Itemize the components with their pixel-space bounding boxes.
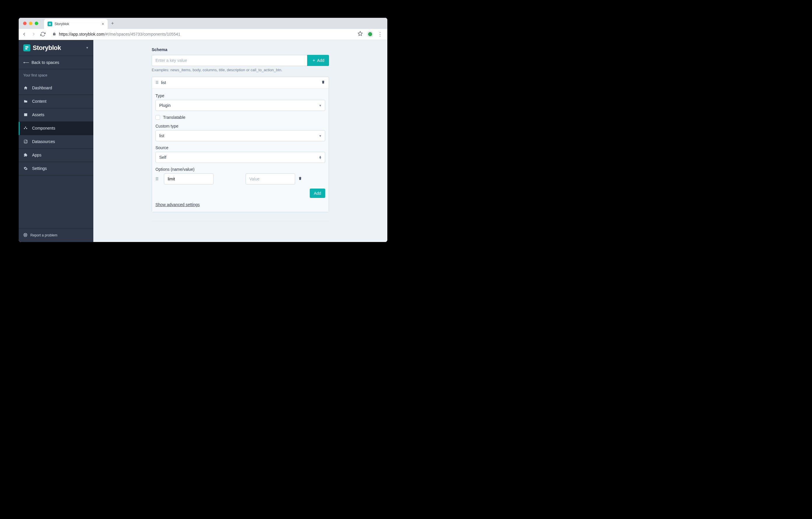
gear-icon: [23, 166, 28, 170]
content-column: Schema ＋ Add Examples: news_items, body,…: [152, 40, 329, 228]
key-value-input[interactable]: [152, 55, 307, 66]
brand-logo-icon: [23, 44, 30, 51]
home-icon: [23, 86, 28, 90]
delete-option-icon[interactable]: [298, 176, 302, 182]
app: Storyblok ▼ ⟵ Back to spaces Your first …: [19, 40, 387, 242]
sidebar-item-label: Content: [32, 99, 47, 104]
space-name-label: Your first space: [19, 69, 93, 81]
folder-icon: [23, 99, 28, 103]
field-name: list: [161, 80, 321, 85]
sidebar-item-settings[interactable]: Settings: [19, 162, 93, 175]
tab-favicon-icon: [48, 22, 52, 26]
type-label: Type: [155, 93, 325, 98]
sidebar-item-components[interactable]: Components: [19, 122, 93, 135]
main-content: Schema ＋ Add Examples: news_items, body,…: [93, 40, 387, 242]
forward-button[interactable]: [31, 31, 36, 37]
field-body: Type Plugin ▼ Translatable Custom type: [152, 89, 329, 212]
back-button[interactable]: [22, 31, 27, 37]
svg-line-6: [24, 235, 25, 236]
svg-line-3: [24, 234, 25, 234]
add-option-button[interactable]: Add: [310, 189, 325, 198]
arrow-left-icon: ⟵: [23, 60, 29, 65]
minimize-window-button[interactable]: [29, 22, 32, 25]
back-label: Back to spaces: [31, 60, 59, 65]
custom-type-label: Custom type: [155, 124, 325, 129]
brand-logo: Storyblok: [23, 44, 86, 52]
svg-line-5: [26, 234, 27, 234]
back-to-spaces-link[interactable]: ⟵ Back to spaces: [19, 56, 93, 69]
chevron-down-icon: ▼: [319, 134, 322, 137]
url-text: https://app.storyblok.com/#!/me/spaces/4…: [59, 32, 180, 36]
close-tab-icon[interactable]: ×: [102, 22, 104, 26]
browser-window: Storyblok × + https://app.storyblok.com/…: [19, 18, 387, 242]
drag-handle-icon[interactable]: ☰: [155, 177, 159, 181]
plus-icon: ＋: [312, 58, 316, 63]
sidebar: Storyblok ▼ ⟵ Back to spaces Your first …: [19, 40, 93, 242]
options-label: Options (name/value): [155, 167, 325, 172]
schema-heading: Schema: [152, 47, 329, 52]
type-select[interactable]: Plugin ▼: [155, 100, 325, 111]
source-select[interactable]: Self ▲▼: [155, 152, 325, 163]
traffic-lights: [22, 22, 44, 25]
sidebar-item-label: Components: [32, 126, 55, 131]
drag-handle-icon[interactable]: ☰: [155, 81, 159, 85]
field-header[interactable]: ☰ list: [152, 77, 329, 89]
puzzle-icon: [23, 153, 28, 157]
option-value-input[interactable]: [245, 173, 295, 185]
sidebar-item-label: Dashboard: [32, 85, 52, 90]
add-label: Add: [317, 58, 324, 63]
source-label: Source: [155, 145, 325, 150]
database-icon: [23, 139, 28, 144]
custom-type-select[interactable]: list ▼: [155, 130, 325, 141]
new-tab-button[interactable]: +: [111, 21, 114, 26]
url-bar[interactable]: https://app.storyblok.com/#!/me/spaces/4…: [50, 31, 353, 37]
source-value: Self: [155, 152, 325, 163]
options-group: Options (name/value) ☰: [155, 167, 325, 185]
type-group: Type Plugin ▼: [155, 93, 325, 111]
close-window-button[interactable]: [23, 22, 27, 25]
svg-line-4: [26, 235, 27, 236]
translatable-checkbox[interactable]: [155, 115, 160, 120]
examples-text: Examples: news_items, body, columns, tit…: [152, 68, 329, 72]
divider: [152, 221, 329, 221]
browser-chrome: Storyblok × + https://app.storyblok.com/…: [19, 18, 387, 40]
sidebar-item-apps[interactable]: Apps: [19, 148, 93, 162]
add-key-row: ＋ Add: [152, 55, 329, 66]
sidebar-item-assets[interactable]: Assets: [19, 108, 93, 122]
image-icon: [23, 113, 28, 117]
sidebar-item-label: Datasources: [32, 139, 55, 144]
maximize-window-button[interactable]: [35, 22, 38, 25]
report-problem-link[interactable]: Report a problem: [19, 228, 93, 242]
profile-avatar[interactable]: [367, 31, 373, 37]
sort-icon: ▲▼: [319, 156, 322, 159]
add-option-wrap: Add: [155, 189, 325, 198]
address-bar: https://app.storyblok.com/#!/me/spaces/4…: [19, 29, 387, 40]
bookmark-star-icon[interactable]: [357, 31, 363, 37]
sidebar-item-label: Assets: [32, 112, 44, 117]
reload-button[interactable]: [40, 31, 46, 37]
advanced-settings-link[interactable]: Show advanced settings: [155, 202, 200, 207]
translatable-row: Translatable: [155, 115, 325, 120]
lock-icon: [53, 31, 56, 37]
tab-title: Storyblok: [55, 22, 99, 26]
sidebar-item-label: Settings: [32, 166, 47, 171]
sidebar-item-dashboard[interactable]: Dashboard: [19, 81, 93, 95]
svg-point-2: [25, 234, 26, 236]
sidebar-item-content[interactable]: Content: [19, 95, 93, 108]
svg-marker-0: [358, 31, 362, 36]
cubes-icon: [23, 126, 28, 130]
chevron-down-icon: ▼: [319, 104, 322, 107]
toolbar-right: ⋮: [357, 31, 383, 37]
browser-tab[interactable]: Storyblok ×: [44, 19, 108, 29]
sidebar-nav: Dashboard Content Assets Components Data…: [19, 81, 93, 228]
sidebar-header[interactable]: Storyblok ▼: [19, 40, 93, 56]
option-row: ☰: [155, 173, 325, 185]
custom-type-group: Custom type list ▼: [155, 124, 325, 141]
add-key-button[interactable]: ＋ Add: [307, 55, 329, 66]
schema-field: ☰ list Type Plugin ▼: [152, 77, 329, 212]
sidebar-item-datasources[interactable]: Datasources: [19, 135, 93, 148]
option-name-input[interactable]: [164, 173, 213, 185]
type-value: Plugin: [155, 100, 325, 111]
browser-menu-icon[interactable]: ⋮: [377, 31, 383, 37]
delete-field-icon[interactable]: [321, 80, 325, 85]
